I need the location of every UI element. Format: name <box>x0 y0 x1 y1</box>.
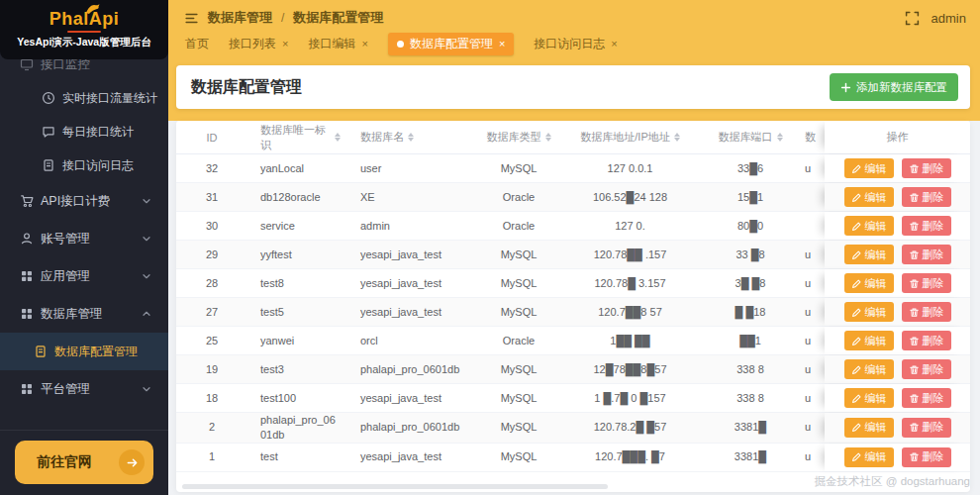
cell-db-key: test8 <box>247 276 346 291</box>
tabs-bar: 首页接口列表×接口编辑×数据库配置管理×接口访问日志× <box>185 33 618 54</box>
edit-button[interactable]: 编辑 <box>844 447 894 467</box>
cell-db-type: Oracle <box>473 219 564 234</box>
sidebar-item-realtime-traffic[interactable]: 实时接口流量统计 <box>0 81 168 115</box>
edit-button[interactable]: 编辑 <box>844 418 894 438</box>
delete-label: 删除 <box>923 276 944 291</box>
edit-button[interactable]: 编辑 <box>844 331 894 350</box>
column-header-db-type[interactable]: 数据库类型 <box>473 130 564 145</box>
edit-label: 编辑 <box>865 449 887 464</box>
tab-item-3-active[interactable]: 数据库配置管理× <box>388 33 514 55</box>
edit-label: 编辑 <box>865 420 887 435</box>
cell-db-type: MySQL <box>473 161 564 176</box>
sidebar-item-label: 数据库配置管理 <box>54 344 138 360</box>
delete-button[interactable]: 删除 <box>902 216 951 236</box>
horizontal-scrollbar[interactable] <box>182 484 608 489</box>
column-header-db-name[interactable]: 数据库名 <box>346 130 473 145</box>
chevron-down-icon <box>141 270 152 282</box>
sidebar-item-account-mgmt[interactable]: 账号管理 <box>0 220 168 257</box>
delete-button[interactable]: 删除 <box>902 273 951 293</box>
edit-button[interactable]: 编辑 <box>844 158 894 178</box>
chat-icon <box>42 125 55 139</box>
page-header-card: 数据库配置管理 添加新数据库配置 <box>176 65 970 109</box>
sidebar-item-database-mgmt[interactable]: 数据库管理 <box>0 295 168 333</box>
column-header-db-host[interactable]: 数据库地址/IP地址 <box>564 130 696 145</box>
cell-db-name: admin <box>346 219 473 234</box>
sidebar-footer: 前往官网 <box>0 430 168 495</box>
tab-item-1[interactable]: 接口列表× <box>229 36 288 52</box>
user-area: admin <box>905 9 966 27</box>
column-header-db-user-clipped: 数 <box>805 130 825 145</box>
tab-item-2[interactable]: 接口编辑× <box>308 36 367 52</box>
cell-db-name: yesapi_java_test <box>346 449 473 464</box>
watermark: 掘金技术社区 @ dogstarhuang <box>815 474 970 489</box>
table-row-30: 30serviceadminOracle127 0.80█0编辑删除 <box>176 212 970 241</box>
edit-icon <box>851 422 862 433</box>
breadcrumb-item-parent[interactable]: 数据库管理 <box>208 9 272 27</box>
username[interactable]: admin <box>931 11 966 26</box>
cell-db-name: yesapi_java_test <box>346 305 473 320</box>
fullscreen-icon[interactable] <box>905 11 920 26</box>
edit-icon <box>851 163 862 174</box>
cell-id: 25 <box>176 334 247 348</box>
doc-icon <box>34 345 48 358</box>
delete-button[interactable]: 删除 <box>902 302 951 322</box>
delete-button[interactable]: 删除 <box>902 158 951 178</box>
tab-item-4[interactable]: 接口访问日志× <box>534 36 617 52</box>
cell-actions: 编辑删除 <box>825 241 970 268</box>
close-icon[interactable]: × <box>499 38 505 50</box>
cell-id: 31 <box>176 190 247 205</box>
cell-db-key: phalapi_pro_0601db <box>247 413 346 443</box>
edit-button[interactable]: 编辑 <box>844 273 894 293</box>
sort-caret-icon[interactable] <box>335 133 341 142</box>
delete-button[interactable]: 删除 <box>902 245 951 264</box>
table-row-25: 25yanweiorclOracle1██ ████1u编辑删除 <box>176 327 970 355</box>
edit-button[interactable]: 编辑 <box>844 216 894 236</box>
close-icon[interactable]: × <box>611 38 617 50</box>
cell-db-port: 3381█ <box>696 449 805 464</box>
sidebar-item-db-config-mgmt[interactable]: 数据库配置管理 <box>0 333 168 370</box>
sidebar-item-label: 每日接口统计 <box>62 124 134 141</box>
delete-button[interactable]: 删除 <box>902 331 951 350</box>
sort-caret-icon[interactable] <box>674 133 680 142</box>
doc-icon <box>42 158 55 172</box>
cell-db-key: service <box>247 219 346 234</box>
cell-id: 1 <box>176 449 247 464</box>
delete-button[interactable]: 删除 <box>902 187 951 207</box>
delete-button[interactable]: 删除 <box>902 388 951 408</box>
sidebar-item-app-mgmt[interactable]: 应用管理 <box>0 257 168 295</box>
edit-button[interactable]: 编辑 <box>844 388 894 408</box>
edit-button[interactable]: 编辑 <box>844 245 894 264</box>
cell-db-type: Oracle <box>473 190 564 205</box>
edit-button[interactable]: 编辑 <box>844 302 894 322</box>
sidebar-item-access-log[interactable]: 接口访问日志 <box>0 148 168 182</box>
grid-icon <box>20 382 34 396</box>
collapse-menu-icon[interactable] <box>184 11 199 26</box>
edit-button[interactable]: 编辑 <box>844 359 894 379</box>
column-header-db-port[interactable]: 数据库端口 <box>696 130 805 145</box>
sidebar-item-daily-stats[interactable]: 每日接口统计 <box>0 115 168 148</box>
chevron-up-icon <box>141 308 152 320</box>
sort-caret-icon[interactable] <box>777 133 783 142</box>
delete-button[interactable]: 删除 <box>902 418 951 438</box>
official-site-button[interactable]: 前往官网 <box>15 441 153 484</box>
grid-icon <box>20 307 34 321</box>
close-icon[interactable]: × <box>282 38 288 50</box>
sort-caret-icon[interactable] <box>408 133 414 142</box>
delete-button[interactable]: 删除 <box>902 359 951 379</box>
cell-actions: 编辑删除 <box>825 355 970 383</box>
cell-id: 28 <box>176 276 247 291</box>
sidebar-item-platform-mgmt[interactable]: 平台管理 <box>0 370 168 408</box>
column-header-label: 数 <box>805 130 816 145</box>
sort-caret-icon[interactable] <box>545 133 551 142</box>
add-database-button[interactable]: 添加新数据库配置 <box>830 73 958 101</box>
sidebar-item-api-monitor[interactable]: 接口监控 <box>0 59 168 81</box>
tab-home[interactable]: 首页 <box>185 36 209 52</box>
column-header-actions: 操作 <box>825 121 970 153</box>
cell-actions: 编辑删除 <box>825 444 970 471</box>
delete-button[interactable]: 删除 <box>902 447 951 467</box>
sidebar-item-api-billing[interactable]: API接口计费 <box>0 182 168 220</box>
close-icon[interactable]: × <box>361 38 367 50</box>
edit-button[interactable]: 编辑 <box>844 187 894 207</box>
column-header-label: 数据库唯一标识 <box>260 123 331 152</box>
column-header-db-key[interactable]: 数据库唯一标识 <box>247 123 346 152</box>
